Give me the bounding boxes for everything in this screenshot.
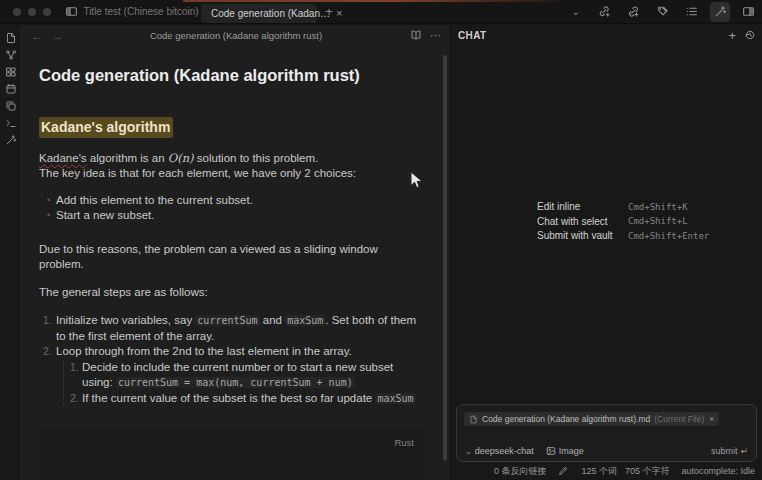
- chat-panel-title: CHAT: [458, 30, 487, 41]
- return-key-icon: ↵: [740, 446, 748, 456]
- traffic-light-zoom[interactable]: [43, 8, 51, 16]
- list-item: Loop through from the 2nd to the last el…: [56, 344, 424, 406]
- chevron-down-icon: ⌄: [465, 447, 472, 456]
- app-window: Title test (Chinese bitcoin) Code genera…: [0, 0, 762, 480]
- sidebar-right-toggle-icon[interactable]: [738, 2, 758, 22]
- inline-code: currentSum: [195, 315, 259, 326]
- list-item: Add this element to the current subset.: [56, 193, 424, 209]
- active-tab-accent-line: [183, 0, 571, 2]
- list-item: Initialize two variables, say currentSum…: [56, 313, 424, 344]
- list-item: Decide to include the current number or …: [82, 360, 424, 391]
- status-bar: 0 条反向链接 125 个词 705 个字符 autocomplete: Idl…: [451, 462, 762, 480]
- tab-list-chevron-icon[interactable]: ⌄: [572, 6, 580, 17]
- tab-title-test[interactable]: Title test (Chinese bitcoin): [81, 0, 201, 24]
- submit-button[interactable]: submit ↵: [711, 446, 748, 456]
- nested-ordered-list: Decide to include the current number or …: [63, 360, 424, 407]
- editor-pane[interactable]: ← → Code generation (Kadane algorithm ru…: [22, 25, 450, 480]
- titlebar: Title test (Chinese bitcoin) Code genera…: [0, 0, 762, 24]
- inline-code: currentSum = max(num, currentSum + num): [116, 377, 355, 388]
- inline-math: O(n): [168, 151, 194, 165]
- ordered-list: Initialize two variables, say currentSum…: [56, 313, 424, 406]
- image-icon: [546, 446, 556, 456]
- wand-icon[interactable]: [710, 2, 730, 22]
- edit-mode-pencil-icon[interactable]: [558, 465, 569, 478]
- file-icon: [469, 415, 478, 424]
- graph-icon[interactable]: [2, 46, 19, 63]
- wand-icon[interactable]: [2, 131, 19, 148]
- code-language-flair: Rust: [394, 435, 414, 451]
- terminal-icon[interactable]: [2, 114, 19, 131]
- traffic-light-close[interactable]: [13, 8, 21, 16]
- context-file-chip[interactable]: Code generation (Kadane algorithm rust).…: [464, 412, 719, 426]
- doc-paragraph-3: The general steps are as follows:: [39, 285, 424, 301]
- daily-note-icon[interactable]: [2, 80, 19, 97]
- model-name: deepseek-chat: [475, 446, 534, 456]
- word-count: 125 个词: [581, 465, 617, 478]
- add-embed-icon[interactable]: [623, 2, 643, 22]
- traffic-light-minimize[interactable]: [28, 8, 36, 16]
- quick-switcher-icon[interactable]: [2, 29, 19, 46]
- tab-label: Code generation (Kadan…: [211, 8, 330, 19]
- autocomplete-status: autocomplete: Idle: [681, 466, 755, 476]
- remove-context-icon[interactable]: ×: [709, 414, 714, 424]
- image-label: Image: [559, 446, 584, 456]
- document-body[interactable]: Code generation (Kadane algorithm rust) …: [22, 65, 450, 480]
- editor-scrollbar[interactable]: [443, 55, 447, 461]
- templates-icon[interactable]: [2, 97, 19, 114]
- list-item: If the current value of the subset is th…: [82, 391, 424, 407]
- shortcut-keys: Cmd+Shift+Enter: [628, 231, 709, 241]
- attach-image-button[interactable]: Image: [546, 446, 584, 456]
- backlinks-count[interactable]: 0 条反向链接: [494, 465, 547, 478]
- tab-label: Title test (Chinese bitcoin): [83, 6, 198, 17]
- reading-view-book-icon[interactable]: [410, 29, 422, 43]
- code-block[interactable]: Rust: [39, 430, 424, 480]
- editor-pane-header: ← → Code generation (Kadane algorithm ru…: [22, 25, 450, 46]
- doc-heading-1: Code generation (Kadane algorithm rust): [39, 65, 424, 85]
- nav-forward-icon[interactable]: →: [52, 30, 63, 42]
- traffic-lights: [0, 8, 61, 16]
- chat-pane: CHAT + Edit inline Cmd+Shift+K Chat with…: [450, 25, 762, 480]
- new-chat-plus-icon[interactable]: +: [728, 29, 736, 42]
- doc-paragraph-1: Kadane's algorithm is an O(n) solution t…: [39, 151, 424, 182]
- plugin-toolbar: [594, 2, 730, 22]
- doc-paragraph-2: Due to this reasons, the problem can a v…: [39, 242, 424, 273]
- char-count: 705 个字符: [625, 465, 670, 478]
- tags-icon[interactable]: [652, 2, 672, 22]
- shortcut-label: Edit inline: [537, 201, 628, 212]
- note-title-breadcrumb: Code generation (Kadane algorithm rust): [22, 30, 450, 41]
- chat-pane-header: CHAT +: [451, 25, 762, 46]
- shortcut-label: Chat with select: [537, 216, 628, 227]
- history-icon[interactable]: [744, 27, 756, 45]
- canvas-icon[interactable]: [2, 63, 19, 80]
- inline-code: maxSum: [285, 315, 325, 326]
- add-link-icon[interactable]: [594, 2, 614, 22]
- chat-input-box[interactable]: Code generation (Kadane algorithm rust).…: [456, 404, 757, 462]
- shortcut-keys: Cmd+Shift+L: [628, 216, 709, 226]
- nav-back-icon[interactable]: ←: [31, 30, 42, 42]
- context-file-name: Code generation (Kadane algorithm rust).…: [482, 414, 650, 424]
- bullet-list: Add this element to the current subset. …: [56, 193, 424, 224]
- inline-code: maxSum: [375, 393, 415, 404]
- shortcut-keys: Cmd+Shift+K: [628, 202, 709, 212]
- left-ribbon: [0, 25, 22, 480]
- outline-list-icon[interactable]: [681, 2, 701, 22]
- list-item: Start a new subset.: [56, 208, 424, 224]
- more-options-icon[interactable]: ⋯: [430, 29, 442, 42]
- doc-heading-2-highlighted: Kadane's algorithm: [39, 117, 173, 138]
- tab-code-generation[interactable]: Code generation (Kadan… ×: [201, 4, 317, 23]
- shortcut-hints: Edit inline Cmd+Shift+K Chat with select…: [537, 201, 709, 241]
- new-tab-button[interactable]: +: [317, 4, 341, 19]
- shortcut-label: Submit with vault: [537, 230, 628, 241]
- sidebar-left-toggle-icon[interactable]: [61, 2, 81, 22]
- model-selector[interactable]: ⌄ deepseek-chat: [465, 446, 534, 456]
- context-file-tag: (Current File): [654, 414, 704, 424]
